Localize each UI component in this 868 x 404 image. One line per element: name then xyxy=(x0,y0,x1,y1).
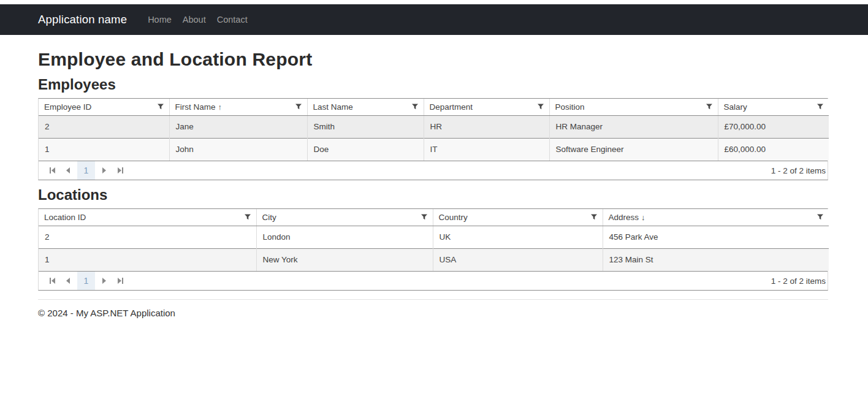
top-strip xyxy=(0,0,868,4)
cell-first-name: John xyxy=(169,138,307,161)
last-page-button[interactable] xyxy=(112,161,128,180)
column-header-last-name[interactable]: Last Name xyxy=(307,99,424,115)
cell-position: Software Engineer xyxy=(549,138,718,161)
arrow-right-icon xyxy=(102,167,106,173)
filter-icon[interactable] xyxy=(295,103,302,110)
footer-divider xyxy=(38,299,828,300)
current-page-button[interactable]: 1 xyxy=(77,161,95,180)
column-label: Country xyxy=(439,213,468,222)
locations-pager: 1 1 - 2 of 2 items xyxy=(39,271,828,290)
filter-icon[interactable] xyxy=(244,213,251,221)
filter-icon[interactable] xyxy=(817,213,824,221)
column-label: Position xyxy=(555,102,585,112)
column-header-first-name[interactable]: First Name ↑ xyxy=(169,99,307,115)
employees-header-row: Employee ID First Name ↑ xyxy=(39,99,829,115)
locations-table: Location ID City xyxy=(39,209,829,271)
locations-header-row: Location ID City xyxy=(39,209,829,226)
current-page-button[interactable]: 1 xyxy=(77,272,95,290)
cell-salary: £70,000.00 xyxy=(718,115,829,138)
filter-icon[interactable] xyxy=(706,103,713,110)
nav-link-about[interactable]: About xyxy=(177,15,211,25)
column-header-department[interactable]: Department xyxy=(424,99,549,115)
cell-location-id: 2 xyxy=(39,226,256,248)
filter-icon[interactable] xyxy=(411,103,419,110)
cell-employee-id: 1 xyxy=(39,138,169,161)
locations-heading: Locations xyxy=(38,186,828,204)
navbar-brand[interactable]: Application name xyxy=(38,13,127,26)
column-header-city[interactable]: City xyxy=(256,209,433,226)
cell-country: UK xyxy=(433,226,603,248)
table-row: 1 New York USA 123 Main St xyxy=(39,248,829,271)
column-label: Salary xyxy=(724,102,747,112)
seek-first-icon xyxy=(50,167,55,173)
seek-first-icon xyxy=(50,278,55,284)
table-row: 2 Jane Smith HR HR Manager £70,000.00 xyxy=(39,115,829,138)
navbar: Application name Home About Contact xyxy=(0,4,868,35)
cell-city: New York xyxy=(256,248,433,271)
filter-icon[interactable] xyxy=(157,103,164,110)
column-label: Department xyxy=(430,102,473,112)
column-header-employee-id[interactable]: Employee ID xyxy=(39,99,169,115)
last-page-button[interactable] xyxy=(112,272,128,290)
cell-address: 456 Park Ave xyxy=(603,226,829,248)
employees-grid: Employee ID First Name ↑ xyxy=(38,98,828,180)
nav-link-contact[interactable]: Contact xyxy=(211,15,253,25)
cell-department: HR xyxy=(424,115,549,138)
column-label: Location ID xyxy=(44,213,86,222)
sort-asc-icon: ↑ xyxy=(218,102,223,112)
cell-country: USA xyxy=(433,248,603,271)
column-header-location-id[interactable]: Location ID xyxy=(39,209,256,226)
column-label: First Name xyxy=(175,102,216,112)
pager-info: 1 - 2 of 2 items xyxy=(771,276,828,286)
column-label: Last Name xyxy=(313,102,353,112)
cell-address: 123 Main St xyxy=(603,248,829,271)
column-header-position[interactable]: Position xyxy=(549,99,718,115)
page-footer: © 2024 - My ASP.NET Application xyxy=(38,308,828,318)
cell-city: London xyxy=(256,226,433,248)
employees-heading: Employees xyxy=(38,76,828,93)
cell-last-name: Smith xyxy=(307,115,424,138)
filter-icon[interactable] xyxy=(590,213,598,221)
cell-first-name: Jane xyxy=(169,115,307,138)
copyright-text: © 2024 - My ASP.NET Application xyxy=(38,308,828,318)
table-row: 2 London UK 456 Park Ave xyxy=(39,226,829,248)
nav-link-home[interactable]: Home xyxy=(142,15,177,25)
next-page-button[interactable] xyxy=(96,161,112,180)
pager-info: 1 - 2 of 2 items xyxy=(771,166,828,175)
cell-last-name: Doe xyxy=(307,138,424,161)
cell-employee-id: 2 xyxy=(39,115,169,138)
table-row: 1 John Doe IT Software Engineer £60,000.… xyxy=(39,138,829,161)
cell-position: HR Manager xyxy=(549,115,718,138)
column-header-address[interactable]: Address ↓ xyxy=(603,209,829,226)
seek-last-icon xyxy=(118,167,123,173)
column-label: Address xyxy=(609,213,639,222)
employees-table: Employee ID First Name ↑ xyxy=(39,99,829,161)
employees-pager: 1 1 - 2 of 2 items xyxy=(39,161,828,180)
filter-icon[interactable] xyxy=(817,103,824,110)
page-title: Employee and Location Report xyxy=(38,49,828,70)
column-label: Employee ID xyxy=(44,102,91,112)
cell-location-id: 1 xyxy=(39,248,256,271)
main-content: Employee and Location Report Employees E… xyxy=(38,49,828,318)
next-page-button[interactable] xyxy=(96,272,112,290)
locations-grid: Location ID City xyxy=(38,208,828,291)
filter-icon[interactable] xyxy=(537,103,544,110)
arrow-left-icon xyxy=(66,167,70,173)
navbar-links: Home About Contact xyxy=(142,15,253,25)
first-page-button[interactable] xyxy=(44,161,60,180)
seek-last-icon xyxy=(118,278,123,284)
column-label: City xyxy=(262,213,276,222)
cell-department: IT xyxy=(424,138,549,161)
cell-salary: £60,000.00 xyxy=(718,138,829,161)
arrow-left-icon xyxy=(66,278,70,284)
previous-page-button[interactable] xyxy=(60,161,76,180)
column-header-salary[interactable]: Salary xyxy=(718,99,829,115)
sort-desc-icon: ↓ xyxy=(641,213,645,222)
previous-page-button[interactable] xyxy=(60,272,76,290)
arrow-right-icon xyxy=(102,278,106,284)
first-page-button[interactable] xyxy=(44,272,60,290)
column-header-country[interactable]: Country xyxy=(433,209,603,226)
filter-icon[interactable] xyxy=(421,213,428,221)
